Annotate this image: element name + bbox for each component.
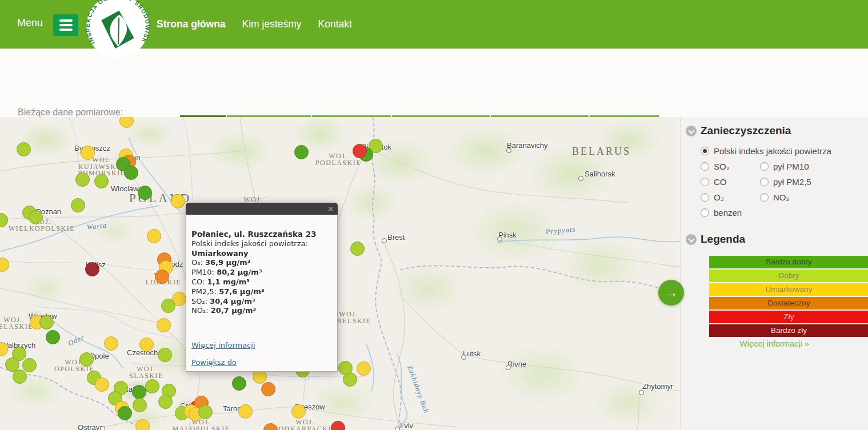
close-icon[interactable]: ×	[328, 203, 333, 214]
station-dot[interactable]	[294, 145, 309, 159]
pollutant-option-pył-pm10[interactable]: pył PM10	[760, 162, 868, 171]
radio-icon	[760, 193, 769, 202]
station-dot[interactable]	[46, 330, 60, 344]
station-dot[interactable]	[157, 318, 171, 332]
station-dot[interactable]	[94, 174, 109, 188]
station-name: Połaniec, ul. Ruszczańska 23	[191, 230, 333, 239]
legend-item: Bardzo dobry	[709, 256, 868, 268]
legend-list: Bardzo dobryDobryUmiarkowanyDostatecznyZ…	[709, 256, 868, 337]
station-dot[interactable]	[71, 198, 85, 212]
header-nav: Strona głównaKim jesteśmyKontakt	[157, 0, 352, 49]
pollutant-option-co[interactable]: CO	[701, 177, 760, 187]
air-quality-map[interactable]: BydgoszczTorunWloclawekPoznanKaliszLodzB…	[0, 117, 680, 430]
radio-icon	[760, 178, 769, 186]
radio-icon	[701, 208, 709, 217]
popup-titlebar[interactable]: ×	[186, 203, 338, 215]
pollutant-option-benzen[interactable]: benzen	[701, 208, 760, 218]
station-dot[interactable]	[133, 398, 147, 412]
index-value: Umiarkowany	[191, 249, 333, 259]
station-dot[interactable]	[104, 336, 118, 351]
station-dot[interactable]	[139, 337, 154, 352]
station-dot[interactable]	[238, 404, 253, 419]
popup-link-więcej-informacji[interactable]: Więcej informacji	[191, 341, 333, 351]
radio-icon	[701, 147, 709, 155]
station-dot[interactable]	[145, 379, 159, 393]
index-label: Polski indeks jakości powietrza:	[191, 239, 333, 249]
pollutants-section-header: Zanieczyszczenia	[686, 124, 868, 138]
hamburger-bar	[59, 29, 73, 31]
legend-more-link[interactable]: Więcej informacji »	[681, 339, 868, 348]
arrow-right-icon[interactable]: →	[658, 280, 684, 306]
top-header: Menu INSPEKCJA OCHRONY ŚRODOWISKA Strona…	[0, 0, 868, 49]
station-dot[interactable]	[198, 405, 213, 419]
current-data-title: Bieżące dane pomiarowe:	[18, 107, 123, 118]
station-dot[interactable]	[338, 361, 353, 375]
popup-measurement: O₃: 36,9 µg/m³	[191, 258, 333, 268]
station-dot[interactable]	[291, 404, 306, 419]
pollutant-option-pył-pm2-5[interactable]: pył PM2,5	[760, 177, 868, 187]
legend-item: Zły	[709, 311, 868, 323]
popup-measurement: NO₂: 20,7 µg/m³	[191, 306, 333, 316]
popup-measurement: PM10: 80,2 µg/m³	[191, 268, 333, 278]
legend-item: Dobry	[709, 270, 868, 282]
legend-item: Umiarkowany	[709, 283, 868, 296]
logo-emblem-icon: INSPEKCJA OCHRONY ŚRODOWISKA	[86, 0, 150, 58]
popup-body: Połaniec, ul. Ruszczańska 23 Polski inde…	[186, 215, 338, 372]
page: Menu INSPEKCJA OCHRONY ŚRODOWISKA Strona…	[0, 0, 868, 430]
pollutant-option-no[interactable]: NO₂	[760, 192, 868, 202]
legend-title: Legenda	[701, 233, 745, 246]
station-dot[interactable]	[75, 172, 90, 187]
station-dot[interactable]	[29, 210, 43, 224]
popup-tail	[250, 356, 268, 367]
station-dot[interactable]	[161, 299, 175, 313]
station-dot[interactable]	[147, 229, 161, 243]
hamburger-menu-icon[interactable]	[53, 14, 78, 36]
station-dot[interactable]	[138, 186, 152, 200]
station-dot[interactable]	[353, 144, 367, 158]
chevron-down-icon[interactable]	[686, 234, 697, 245]
popup-measurement: CO: 1,1 mg/m³	[191, 278, 333, 287]
station-dot[interactable]	[261, 382, 275, 396]
legend-item: Dostateczny	[709, 297, 868, 310]
legend-item: Bardzo zły	[709, 324, 868, 337]
station-dot[interactable]	[79, 352, 94, 367]
radio-icon	[760, 162, 769, 171]
measurements-list: O₃: 36,9 µg/m³PM10: 80,2 µg/m³CO: 1,1 mg…	[191, 258, 333, 316]
station-dot[interactable]	[232, 376, 246, 391]
station-dot[interactable]	[17, 142, 31, 156]
logo[interactable]: INSPEKCJA OCHRONY ŚRODOWISKA	[86, 0, 150, 58]
nav-strona-główna[interactable]: Strona główna	[157, 18, 226, 30]
chevron-down-icon[interactable]	[686, 126, 697, 136]
nav-kontakt[interactable]: Kontakt	[318, 18, 352, 30]
pollutant-option-so[interactable]: SO₂	[701, 162, 760, 171]
legend-section-header: Legenda	[686, 233, 868, 247]
station-dot[interactable]	[81, 146, 95, 160]
radio-icon	[701, 193, 709, 202]
station-dot[interactable]	[124, 166, 138, 180]
station-dot[interactable]	[118, 406, 132, 420]
station-dot[interactable]	[155, 270, 169, 284]
station-info-popup: × Połaniec, ul. Ruszczańska 23 Polski in…	[186, 203, 338, 372]
station-dot[interactable]	[119, 117, 134, 128]
station-dot[interactable]	[22, 358, 37, 372]
station-dot[interactable]	[132, 385, 146, 399]
station-dot[interactable]	[158, 348, 172, 362]
station-dot[interactable]	[158, 395, 173, 409]
station-dot[interactable]	[95, 377, 109, 392]
radio-icon	[701, 162, 709, 171]
popup-measurement: PM2,5: 57,6 µg/m³	[191, 287, 333, 297]
station-dot[interactable]	[85, 262, 99, 276]
station-dot[interactable]	[357, 361, 371, 376]
station-dot[interactable]	[13, 369, 27, 384]
station-dot[interactable]	[350, 242, 365, 256]
hamburger-bar	[59, 24, 73, 26]
pollutants-title: Zanieczyszczenia	[701, 124, 791, 137]
nav-kim-jesteśmy[interactable]: Kim jesteśmy	[242, 18, 302, 30]
pollutant-option-polski-indeks-jakości-powietrza[interactable]: Polski indeks jakości powietrza	[701, 146, 868, 156]
menu-label[interactable]: Menu	[17, 17, 43, 29]
pollutant-options: Polski indeks jakości powietrzaSO₂pył PM…	[701, 146, 868, 218]
station-dot[interactable]	[171, 194, 185, 208]
station-dot[interactable]	[39, 315, 54, 329]
pollutant-option-o[interactable]: O₃	[701, 192, 760, 202]
station-dot[interactable]	[135, 419, 150, 430]
